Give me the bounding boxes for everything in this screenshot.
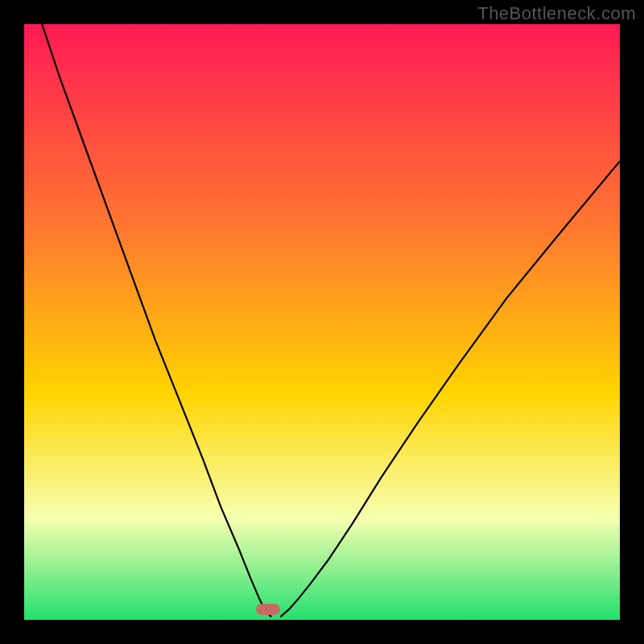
plot-svg xyxy=(24,24,620,620)
plot-background xyxy=(24,24,620,620)
watermark-text: TheBottleneck.com xyxy=(477,3,636,24)
bottom-marker xyxy=(256,604,280,615)
plot-area xyxy=(24,24,620,620)
chart-frame: TheBottleneck.com xyxy=(0,0,644,644)
